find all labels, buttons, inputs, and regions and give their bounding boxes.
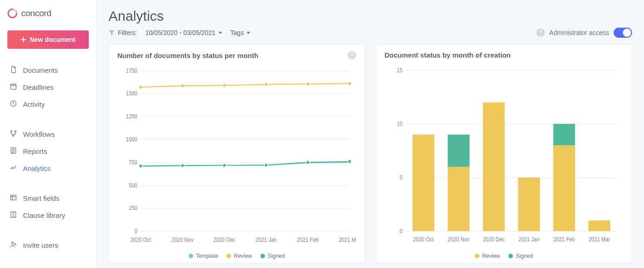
- legend-dot-icon: [475, 254, 479, 258]
- admin-access-toggle[interactable]: [614, 28, 632, 38]
- svg-point-3: [15, 131, 16, 132]
- brand-name: concord: [21, 8, 52, 18]
- svg-point-40: [306, 82, 310, 86]
- line-chart: 025050075010001250150017502020 Oct2020 N…: [117, 61, 356, 250]
- sidebar-item-label: Reports: [23, 147, 47, 155]
- svg-rect-67: [553, 146, 575, 231]
- svg-point-37: [181, 84, 184, 87]
- legend-item: Review: [226, 253, 252, 259]
- sidebar-item-label: Invite users: [23, 241, 58, 249]
- report-icon: [9, 146, 17, 156]
- sidebar: concord New document DocumentsDeadlinesA…: [0, 0, 97, 268]
- card-line-chart: Number of documents by status per month …: [109, 44, 365, 263]
- svg-text:2021 Jan: 2021 Jan: [518, 236, 540, 243]
- svg-rect-62: [413, 134, 434, 231]
- legend-dot-icon: [508, 254, 513, 258]
- help-icon[interactable]: ?: [348, 51, 356, 59]
- svg-point-42: [139, 164, 142, 168]
- legend-dot-icon: [189, 254, 193, 258]
- chevron-down-icon: [247, 32, 250, 34]
- sidebar-item-deadlines[interactable]: Deadlines: [7, 79, 89, 96]
- clock-icon: [9, 99, 17, 109]
- date-range-filter[interactable]: 10/05/2020 - 03/05/2021: [145, 29, 222, 36]
- svg-point-45: [264, 163, 268, 167]
- branch-icon: [9, 129, 17, 139]
- svg-text:2021 Jan: 2021 Jan: [256, 236, 277, 243]
- svg-point-39: [264, 82, 268, 86]
- svg-point-43: [181, 164, 184, 168]
- chart-icon: [9, 163, 17, 173]
- calendar-icon: [9, 82, 17, 92]
- svg-point-46: [306, 161, 310, 164]
- new-document-label: New document: [30, 36, 76, 43]
- brand-logo: concord: [7, 8, 89, 18]
- svg-point-38: [223, 83, 226, 87]
- svg-text:15: 15: [397, 67, 403, 73]
- svg-text:1750: 1750: [126, 67, 138, 74]
- line-chart-legend: TemplateReviewSigned: [117, 250, 356, 260]
- legend-item: Review: [475, 253, 500, 259]
- sidebar-item-smart-fields[interactable]: Smart fields: [7, 190, 89, 207]
- svg-rect-63: [448, 167, 469, 231]
- cards-row: Number of documents by status per month …: [109, 44, 632, 263]
- svg-text:2021 Mar: 2021 Mar: [339, 236, 356, 243]
- filters-label: Filters:: [118, 29, 137, 36]
- svg-text:5: 5: [400, 174, 403, 181]
- filter-bar: Filters: 10/05/2020 - 03/05/2021 Tags ? …: [109, 28, 632, 38]
- svg-rect-66: [518, 177, 540, 231]
- fields-icon: [9, 193, 17, 203]
- plus-icon: [21, 37, 26, 42]
- help-icon[interactable]: ?: [536, 29, 545, 37]
- tags-label: Tags: [230, 29, 244, 36]
- svg-text:1250: 1250: [126, 113, 138, 120]
- sidebar-item-label: Activity: [23, 100, 45, 108]
- concord-logo-icon: [7, 8, 17, 18]
- svg-text:2020 Nov: 2020 Nov: [448, 236, 470, 243]
- sidebar-item-clause-library[interactable]: Clause library: [7, 207, 89, 224]
- legend-item: Template: [189, 253, 218, 259]
- sidebar-item-label: Deadlines: [23, 83, 54, 91]
- svg-rect-6: [11, 195, 16, 200]
- sidebar-item-invite-users[interactable]: Invite users: [7, 237, 89, 254]
- legend-label: Review: [482, 253, 500, 259]
- new-document-button[interactable]: New document: [7, 30, 89, 49]
- date-range-value: 10/05/2020 - 03/05/2021: [145, 29, 216, 36]
- legend-label: Signed: [516, 253, 533, 259]
- svg-point-47: [348, 160, 351, 163]
- svg-text:2020 Oct: 2020 Oct: [413, 236, 434, 243]
- svg-rect-0: [11, 84, 16, 89]
- svg-point-41: [348, 82, 351, 85]
- svg-text:10: 10: [397, 121, 403, 127]
- legend-item: Signed: [508, 253, 533, 259]
- library-icon: [9, 210, 17, 220]
- svg-point-7: [12, 242, 14, 245]
- sidebar-item-workflows[interactable]: Workflows: [7, 126, 89, 143]
- sidebar-item-analytics[interactable]: Analytics: [7, 160, 89, 177]
- svg-text:2020 Dec: 2020 Dec: [483, 236, 505, 243]
- sidebar-item-label: Clause library: [23, 211, 65, 219]
- sidebar-item-documents[interactable]: Documents: [7, 62, 89, 79]
- admin-access-group: ? Administrator access: [536, 28, 632, 38]
- sidebar-item-label: Smart fields: [23, 194, 59, 202]
- svg-text:2021 Mar: 2021 Mar: [588, 236, 610, 243]
- legend-item: Signed: [260, 253, 285, 259]
- sidebar-item-reports[interactable]: Reports: [7, 143, 89, 160]
- svg-point-44: [223, 163, 226, 167]
- svg-text:2021 Feb: 2021 Feb: [553, 236, 575, 243]
- tags-filter[interactable]: Tags: [230, 29, 251, 36]
- svg-text:2020 Nov: 2020 Nov: [172, 236, 194, 243]
- svg-text:1000: 1000: [126, 136, 138, 142]
- svg-point-2: [11, 131, 12, 132]
- card2-title: Document status by month of creation: [385, 51, 511, 59]
- svg-text:750: 750: [129, 159, 138, 165]
- svg-text:0: 0: [134, 228, 138, 234]
- card1-title: Number of documents by status per month: [117, 52, 259, 59]
- legend-label: Review: [234, 253, 252, 259]
- add-user-icon: [9, 240, 17, 250]
- file-icon: [9, 65, 17, 75]
- page-title: Analytics: [109, 8, 632, 24]
- sidebar-item-activity[interactable]: Activity: [7, 96, 89, 113]
- legend-dot-icon: [260, 254, 265, 258]
- svg-text:500: 500: [129, 182, 138, 188]
- svg-point-36: [139, 85, 142, 89]
